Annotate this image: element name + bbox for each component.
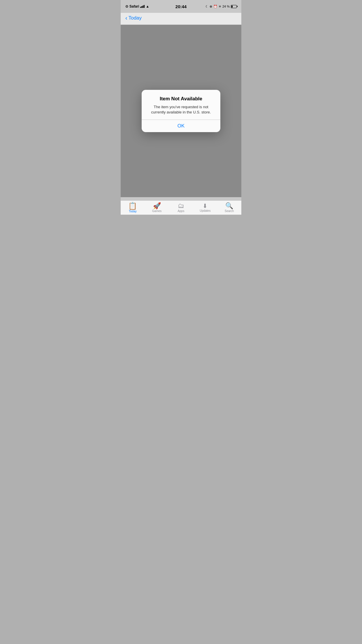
battery-fill bbox=[231, 6, 233, 8]
alert-content: Item Not Available The item you've reque… bbox=[142, 90, 220, 120]
battery-percentage: 24 % bbox=[222, 5, 230, 8]
back-chevron-icon: ‹ bbox=[125, 15, 127, 21]
time-display: 20:44 bbox=[175, 4, 187, 9]
tab-updates-label: Updates bbox=[200, 209, 210, 212]
alert-title: Item Not Available bbox=[146, 96, 216, 102]
tab-updates[interactable]: ⬇ Updates bbox=[193, 201, 217, 214]
battery-icon bbox=[231, 5, 237, 8]
alert-button-row: OK bbox=[142, 120, 220, 132]
bluetooth-icon: ✳ bbox=[219, 5, 221, 8]
updates-tab-icon: ⬇ bbox=[203, 203, 208, 209]
status-bar: ⊙ Safari ▲ 20:44 ☾ ⊕ ⏰ ✳ 24 % bbox=[121, 0, 241, 13]
tab-games-label: Games bbox=[152, 210, 161, 213]
status-right: ☾ ⊕ ⏰ ✳ 24 % bbox=[205, 5, 237, 8]
back-button[interactable]: ‹ Today bbox=[125, 15, 142, 21]
apps-tab-icon: 🗂 bbox=[178, 203, 184, 209]
search-tab-icon: 🔍 bbox=[225, 203, 233, 209]
signal-bars bbox=[140, 5, 145, 8]
status-left: ⊙ Safari ▲ bbox=[125, 4, 149, 8]
wifi-icon: ▲ bbox=[146, 4, 149, 8]
safari-icon: ⊙ bbox=[125, 4, 128, 8]
tab-today[interactable]: 📋 Today bbox=[121, 201, 145, 215]
tab-apps-label: Apps bbox=[178, 210, 184, 213]
nav-bar: ‹ Today bbox=[121, 13, 241, 25]
ok-button[interactable]: OK bbox=[142, 120, 220, 132]
alert-message: The item you've requested is not current… bbox=[146, 104, 216, 115]
location-icon: ⊕ bbox=[210, 5, 212, 8]
screen: ⊙ Safari ▲ 20:44 ☾ ⊕ ⏰ ✳ 24 % bbox=[121, 0, 241, 215]
today-tab-icon: 📋 bbox=[128, 202, 137, 209]
alert-dialog: Item Not Available The item you've reque… bbox=[142, 90, 220, 132]
tab-apps[interactable]: 🗂 Apps bbox=[169, 201, 193, 214]
do-not-disturb-icon: ☾ bbox=[205, 5, 208, 8]
back-label: Today bbox=[129, 15, 142, 21]
tab-bar: 📋 Today 🚀 Games 🗂 Apps ⬇ Updates 🔍 Searc… bbox=[121, 200, 241, 215]
main-content: Ca...ore Item Not Available The item you… bbox=[121, 25, 241, 197]
tab-search[interactable]: 🔍 Search bbox=[217, 201, 241, 214]
games-tab-icon: 🚀 bbox=[153, 203, 161, 209]
tab-search-label: Search bbox=[225, 210, 234, 213]
overlay: Item Not Available The item you've reque… bbox=[121, 25, 241, 197]
alarm-icon: ⏰ bbox=[213, 5, 217, 8]
tab-games[interactable]: 🚀 Games bbox=[145, 201, 169, 214]
tab-today-label: Today bbox=[129, 210, 137, 213]
app-name: Safari bbox=[129, 4, 139, 8]
